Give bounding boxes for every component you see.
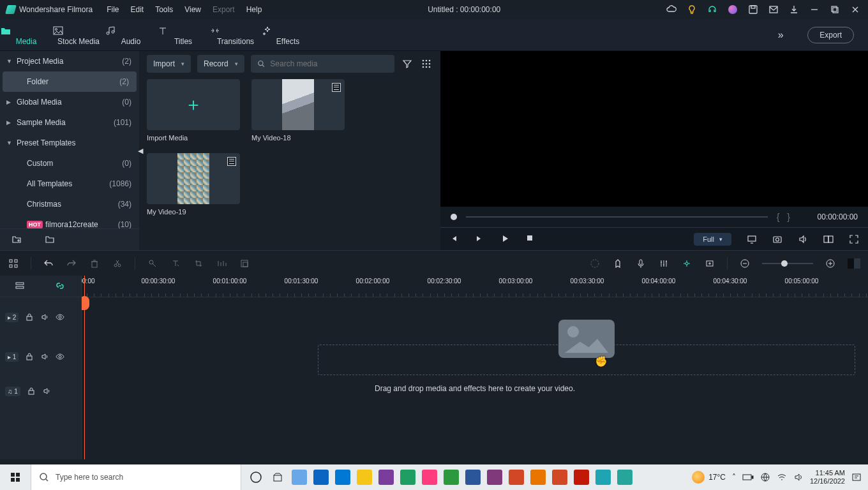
collapse-sidebar-icon[interactable]: ◀ — [138, 147, 143, 155]
track-manage-icon[interactable] — [15, 281, 26, 292]
visibility-icon[interactable] — [56, 352, 64, 361]
wifi-icon[interactable] — [777, 472, 787, 482]
crop-icon[interactable] — [193, 258, 204, 269]
zoom-in-icon[interactable] — [825, 258, 836, 269]
taskbar-app[interactable] — [332, 464, 354, 490]
sidebar-item-christmas[interactable]: Christmas(34) — [0, 194, 139, 214]
track-badge[interactable]: ♫ 1 — [5, 387, 20, 396]
sidebar-item-global-media[interactable]: ▶Global Media(0) — [0, 92, 139, 112]
more-tabs-icon[interactable]: » — [768, 29, 793, 41]
taskbar-app[interactable] — [354, 464, 375, 490]
tab-titles[interactable]: Titles — [157, 24, 209, 46]
taskbar-app[interactable] — [484, 464, 505, 490]
zoom-slider[interactable] — [762, 263, 813, 264]
support-icon[interactable] — [707, 4, 717, 15]
track-badge[interactable]: ▸ 2 — [5, 313, 19, 322]
taskbar-search[interactable]: Type here to search — [31, 464, 241, 490]
minimize-button[interactable] — [809, 4, 819, 15]
start-button[interactable] — [0, 464, 31, 490]
taskbar-app[interactable] — [375, 464, 397, 490]
redo-icon[interactable] — [66, 258, 77, 269]
search-media[interactable] — [251, 55, 394, 73]
tab-stock[interactable]: Stock Media — [52, 24, 105, 46]
play-icon[interactable] — [500, 234, 511, 244]
save-icon[interactable] — [748, 4, 758, 15]
filter-icon[interactable] — [401, 57, 414, 70]
menu-file[interactable]: File — [107, 5, 119, 14]
menu-view[interactable]: View — [184, 5, 201, 14]
import-dropdown[interactable]: Import▾ — [147, 55, 191, 73]
taskbar-app[interactable] — [505, 464, 527, 490]
select-tool-icon[interactable] — [8, 258, 19, 269]
quality-dropdown[interactable]: Full▾ — [694, 233, 731, 246]
track-badge[interactable]: ▸ 1 — [5, 352, 19, 362]
folder-icon[interactable] — [45, 234, 56, 246]
mute-icon[interactable] — [42, 387, 51, 396]
lock-icon[interactable] — [25, 352, 34, 361]
taskbar-app[interactable] — [462, 464, 484, 490]
menu-edit[interactable]: Edit — [131, 5, 144, 14]
media-thumb-import-media[interactable]: ＋Import Media — [147, 79, 240, 142]
text-icon[interactable] — [170, 258, 181, 269]
timeline-layout-icon[interactable] — [848, 258, 860, 269]
display-icon[interactable] — [747, 234, 757, 244]
compare-icon[interactable] — [823, 234, 834, 244]
speed-icon[interactable] — [216, 258, 227, 269]
menu-tools[interactable]: Tools — [155, 5, 173, 14]
color-icon[interactable] — [239, 258, 250, 269]
next-frame-icon[interactable] — [475, 234, 485, 244]
seek-playhead[interactable] — [451, 214, 457, 220]
sidebar-item-all-templates[interactable]: All Templates(1086) — [0, 174, 139, 194]
media-thumb-my-video-18[interactable]: My Video-18 — [251, 79, 345, 142]
taskbar-app[interactable] — [592, 464, 614, 490]
tab-transitions[interactable]: Transitions — [209, 24, 262, 46]
battery-icon[interactable] — [742, 473, 754, 481]
voiceover-icon[interactable] — [635, 258, 647, 269]
taskbar-app[interactable] — [397, 464, 419, 490]
taskbar-app[interactable] — [571, 464, 592, 490]
stop-icon[interactable] — [526, 234, 536, 244]
weather-widget[interactable]: 17°C — [692, 471, 726, 484]
playhead[interactable] — [84, 276, 85, 459]
marker-icon[interactable] — [147, 258, 158, 269]
media-thumb-my-video-19[interactable]: My Video-19 — [147, 153, 240, 216]
grid-view-icon[interactable] — [420, 57, 433, 70]
mark-in-out[interactable]: {} — [777, 212, 798, 222]
tray-chevron-icon[interactable]: ˄ — [732, 473, 736, 482]
clock[interactable]: 11:45 AM 12/16/2022 — [810, 469, 845, 486]
network-icon[interactable] — [760, 472, 770, 482]
preview-canvas[interactable] — [440, 51, 868, 207]
taskbar-app[interactable] — [440, 464, 462, 490]
notifications-icon[interactable] — [851, 472, 862, 482]
task-view-icon[interactable] — [245, 464, 267, 490]
visibility-icon[interactable] — [56, 313, 64, 322]
sidebar-item-filmora12create[interactable]: HOTfilmora12create(10) — [0, 214, 139, 228]
mute-icon[interactable] — [40, 313, 49, 322]
cloud-icon[interactable] — [666, 4, 677, 15]
taskbar-app[interactable] — [288, 464, 310, 490]
link-icon[interactable] — [55, 281, 66, 292]
account-icon[interactable] — [728, 4, 738, 15]
taskbar-app[interactable] — [419, 464, 440, 490]
delete-icon[interactable] — [89, 258, 100, 269]
lock-icon[interactable] — [27, 387, 36, 396]
timeline-tracks[interactable]: 00:0000:00:30:0000:01:00:0000:01:30:0000… — [82, 276, 868, 459]
volume-icon[interactable] — [798, 234, 808, 244]
lock-icon[interactable] — [25, 313, 34, 322]
search-input[interactable] — [270, 59, 388, 68]
maximize-button[interactable] — [830, 4, 840, 15]
timeline-dropzone[interactable]: ✊ — [318, 345, 855, 375]
new-folder-icon[interactable] — [11, 234, 23, 246]
render-icon[interactable] — [589, 258, 601, 269]
sidebar-item-sample-media[interactable]: ▶Sample Media(101) — [0, 112, 139, 133]
undo-icon[interactable] — [43, 258, 54, 269]
message-icon[interactable] — [768, 4, 779, 15]
split-icon[interactable] — [112, 258, 123, 269]
taskbar-app[interactable] — [614, 464, 636, 490]
tips-icon[interactable] — [687, 4, 697, 15]
sidebar-item-folder[interactable]: Folder(2) — [3, 71, 137, 92]
zoom-out-icon[interactable] — [739, 258, 751, 269]
tab-effects[interactable]: Effects — [262, 24, 314, 46]
time-ruler[interactable]: 00:0000:00:30:0000:01:00:0000:01:30:0000… — [82, 276, 868, 297]
mixer-icon[interactable] — [658, 258, 670, 269]
